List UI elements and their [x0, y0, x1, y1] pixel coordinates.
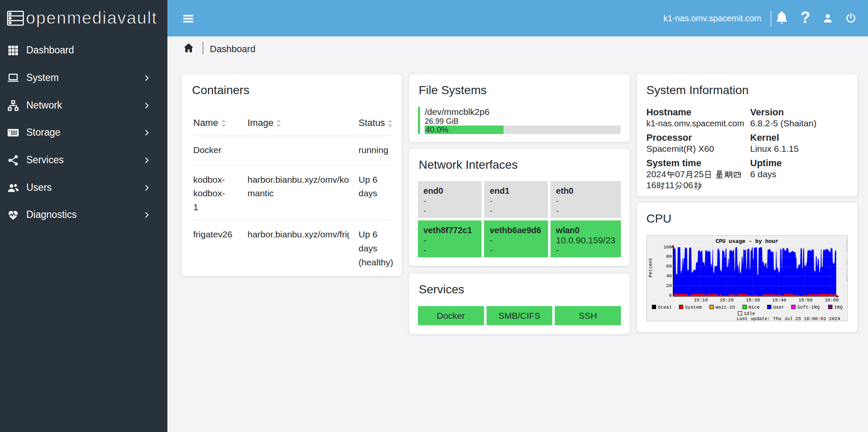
svg-text:RRDTOOL / TOBI OETIKER: RRDTOOL / TOBI OETIKER — [845, 240, 848, 282]
